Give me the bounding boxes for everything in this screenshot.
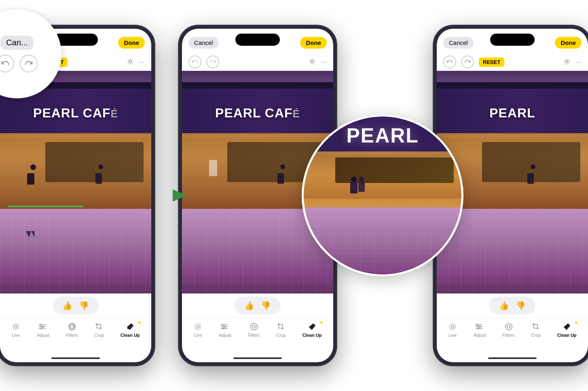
tools-left-2 <box>188 55 219 68</box>
zoom-sign-text: PEARL <box>346 124 419 147</box>
person-body-2a <box>277 173 284 184</box>
zoom-sign-area: PEARL <box>304 117 461 155</box>
toolbar-filters-1[interactable]: Filters <box>66 322 78 338</box>
magnified-cancel-label: Can... <box>6 38 27 47</box>
gold-dot-3 <box>575 321 577 324</box>
person-head-1b <box>98 164 103 169</box>
more-icon-3[interactable]: ··· <box>575 58 582 66</box>
auto-icon-1 <box>127 58 134 66</box>
thumbs-down-1[interactable]: 👎 <box>79 301 89 310</box>
svg-point-18 <box>197 325 199 328</box>
toolbar-filters-label-1: Filters <box>66 333 78 338</box>
done-button-2[interactable]: Done <box>300 37 327 49</box>
done-button-3[interactable]: Done <box>555 37 582 49</box>
toolbar-live-3[interactable]: Live <box>448 322 457 338</box>
toolbar-adjust-1[interactable]: Adjust <box>37 322 49 338</box>
svg-point-2 <box>13 324 19 330</box>
thumbs-up-3[interactable]: 👍 <box>499 301 509 310</box>
toolbar-filters-label-3: Filters <box>503 333 515 338</box>
sign-text-3: PEARL <box>489 106 535 121</box>
toolbar-adjust-label-1: Adjust <box>37 333 49 338</box>
toolbar-adjust-2[interactable]: Adjust <box>219 322 231 338</box>
svg-point-1 <box>15 325 17 328</box>
reset-button-3[interactable]: RESET <box>479 57 504 67</box>
undo-btn-2[interactable] <box>188 55 201 68</box>
svg-point-32 <box>451 325 454 328</box>
svg-point-9 <box>41 328 42 329</box>
undo-btn-3[interactable] <box>443 55 456 68</box>
toolbar-live-label-3: Live <box>448 333 457 338</box>
svg-point-40 <box>478 328 479 329</box>
done-button-1[interactable]: Done <box>118 37 145 49</box>
toolbar-crop-1[interactable]: Crop <box>94 322 104 338</box>
svg-point-13 <box>70 325 73 328</box>
toolbar-cleanup-label-1: Clean Up <box>121 333 140 338</box>
toolbar-cleanup-2[interactable]: Clean Up <box>302 322 322 338</box>
svg-point-37 <box>479 326 481 327</box>
sign-text-1: PEARL CAFÉ <box>33 106 118 121</box>
toolbar-filters-2[interactable]: Filters <box>248 322 260 338</box>
toolbar-live-2[interactable]: Live <box>193 322 202 338</box>
auto-icon-2 <box>309 58 316 66</box>
thumbs-down-3[interactable]: 👎 <box>516 301 526 310</box>
like-pill-2: 👍 👎 <box>235 297 281 314</box>
counter-1 <box>45 142 144 182</box>
tools-left-3: RESET <box>443 55 504 68</box>
svg-point-3 <box>40 324 42 326</box>
like-pill-3: 👍 👎 <box>489 297 535 314</box>
toolbar-cleanup-label-3: Clean Up <box>557 333 577 338</box>
toolbar-crop-3[interactable]: Crop <box>531 322 541 338</box>
arrow-right <box>150 183 187 208</box>
svg-point-33 <box>450 324 456 330</box>
svg-marker-16 <box>173 189 187 202</box>
toolbar-crop-2[interactable]: Crop <box>276 322 286 338</box>
gold-dot-1 <box>138 321 141 324</box>
like-bar-3: 👍 👎 <box>437 293 588 318</box>
thumbs-up-2[interactable]: 👍 <box>244 301 254 310</box>
tools-right-2: ··· <box>309 58 327 66</box>
svg-point-19 <box>195 324 201 330</box>
redo-btn-2[interactable] <box>206 55 219 68</box>
redo-btn-3[interactable] <box>461 55 474 68</box>
cancel-button-3[interactable]: Cancel <box>443 37 474 49</box>
svg-point-26 <box>223 328 224 329</box>
person-head-2a <box>280 164 285 169</box>
cancel-button-2[interactable]: Cancel <box>188 37 219 49</box>
like-bar-2: 👍 👎 <box>182 293 333 318</box>
toolbar-cleanup-1[interactable]: Clean Up <box>121 322 140 338</box>
magnified-cancel-btn: Can... <box>0 36 33 50</box>
zoom-floor-tiles <box>304 208 461 274</box>
green-line-1 <box>8 204 83 209</box>
like-pill-1: 👍 👎 <box>53 297 99 314</box>
home-indicator-1 <box>0 354 151 362</box>
bottom-toolbar-1: Live Adjust Filters Crop <box>0 318 151 354</box>
person-head-3a <box>531 164 535 169</box>
more-icon-2[interactable]: ··· <box>321 58 327 66</box>
svg-point-44 <box>507 325 510 328</box>
phone-2-wrapper: Cancel Done <box>179 26 336 366</box>
tools-right-1: ··· <box>127 58 145 66</box>
home-bar-1 <box>51 357 100 359</box>
svg-point-20 <box>222 324 224 326</box>
bottom-toolbar-3: Live Adjust Filters Crop <box>437 318 588 354</box>
ghost-figure-2 <box>209 160 217 176</box>
toolbar-live-1[interactable]: Live <box>11 322 20 338</box>
toolbar-live-label-1: Live <box>12 333 20 338</box>
toolbar-adjust-3[interactable]: Adjust <box>474 322 486 338</box>
thumbs-up-1[interactable]: 👍 <box>62 301 72 310</box>
sign-text-2: PEARL CAFÉ <box>215 106 300 121</box>
zoom-circle-right-inner: PEARL <box>304 117 461 274</box>
svg-point-17 <box>311 60 313 63</box>
floor-tiles-1 <box>0 209 151 293</box>
toolbar-live-label-2: Live <box>194 333 202 338</box>
toolbar-filters-3[interactable]: Filters <box>503 322 515 338</box>
toolbar-filters-label-2: Filters <box>248 333 260 338</box>
svg-point-0 <box>129 60 131 63</box>
thumbs-down-2[interactable]: 👎 <box>261 301 271 310</box>
person-body-1a <box>27 173 34 185</box>
person-body-1b <box>95 173 102 184</box>
tools-right-3: ··· <box>563 58 582 66</box>
toolbar-cleanup-3[interactable]: Clean Up <box>557 322 577 338</box>
toolbar-crop-label-3: Crop <box>531 333 541 338</box>
more-icon-1[interactable]: ··· <box>139 58 145 66</box>
